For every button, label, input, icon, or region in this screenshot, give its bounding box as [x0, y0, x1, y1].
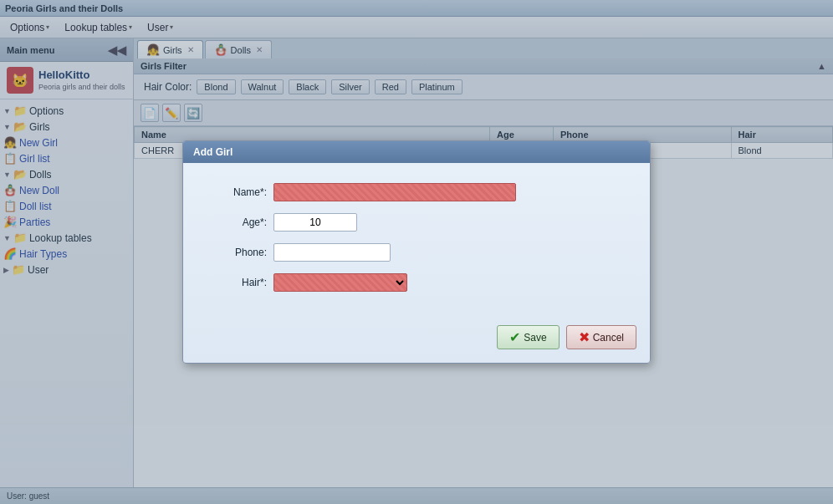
form-row-hair: Hair*: Blond Walnut Black Silver Red Pla… [208, 273, 625, 292]
cancel-x-icon: ✖ [579, 329, 590, 345]
modal-body: Name*: Age*: Phone: Hair*: Blond Walnut [183, 163, 650, 317]
form-row-age: Age*: [208, 213, 625, 232]
cancel-button[interactable]: ✖ Cancel [566, 325, 636, 349]
modal-title: Add Girl [193, 146, 233, 158]
save-label: Save [524, 332, 546, 344]
save-button[interactable]: ✔ Save [497, 325, 559, 349]
name-label: Name*: [208, 186, 267, 198]
cancel-label: Cancel [593, 332, 624, 344]
age-field[interactable] [273, 213, 357, 232]
modal-footer: ✔ Save ✖ Cancel [183, 317, 650, 363]
age-label: Age*: [208, 216, 267, 228]
phone-field[interactable] [273, 243, 391, 262]
phone-label: Phone: [208, 247, 267, 258]
name-field[interactable] [273, 183, 516, 201]
add-girl-modal: Add Girl Name*: Age*: Phone: Hair*: [182, 140, 651, 364]
form-row-phone: Phone: [208, 243, 625, 262]
save-check-icon: ✔ [509, 329, 520, 345]
form-row-name: Name*: [208, 183, 625, 201]
modal-overlay: Add Girl Name*: Age*: Phone: Hair*: [0, 0, 833, 504]
hair-select[interactable]: Blond Walnut Black Silver Red Platinum [273, 273, 407, 292]
hair-label: Hair*: [208, 277, 267, 288]
modal-title-bar: Add Girl [183, 141, 650, 163]
